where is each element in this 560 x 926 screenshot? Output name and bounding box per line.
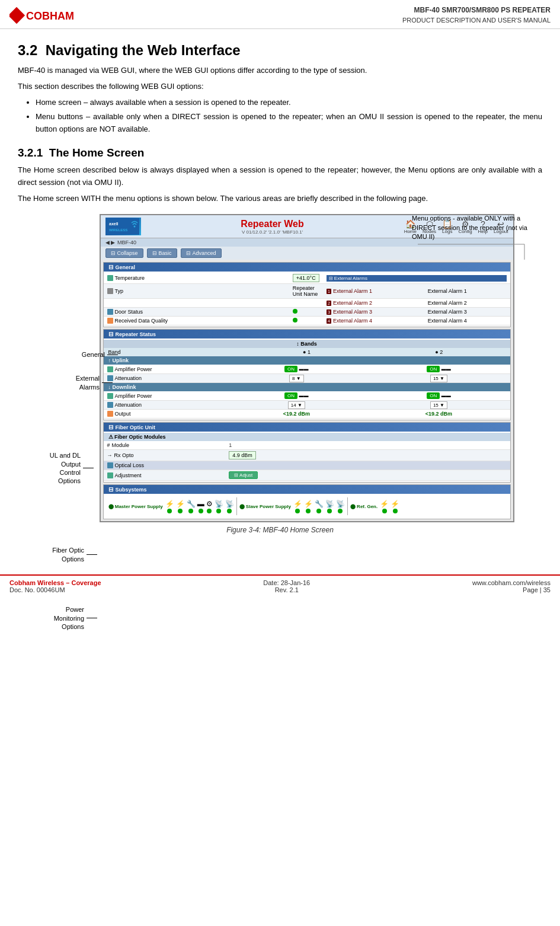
band2-col: ● 2 bbox=[373, 349, 505, 355]
uplink-atten-val1[interactable]: 8 ▼ bbox=[289, 375, 304, 382]
uplink-amp-label: Amplifier Power bbox=[107, 366, 222, 372]
door-icon bbox=[107, 309, 113, 315]
uplink-amp-val1: ON bbox=[284, 366, 297, 372]
sub-icon-7: 📡 bbox=[225, 500, 234, 513]
advanced-icon: ⊟ bbox=[186, 250, 191, 256]
alarm4-label: 4 External Alarm 4 bbox=[327, 318, 421, 324]
adjustment-icon bbox=[107, 472, 113, 478]
sub-icon-4: ▬ bbox=[197, 500, 204, 513]
sub-dot-14 bbox=[393, 509, 398, 513]
alarm3-value: External Alarm 3 bbox=[428, 309, 467, 315]
optical-loss-icon bbox=[107, 462, 113, 468]
breadcrumb-nav-icon: ◀ ▶ bbox=[105, 240, 116, 245]
general-section-body: Temperature +41.0°C ⊟ External Alarms bbox=[104, 272, 510, 327]
external-alarms-header: ⊟ External Alarms bbox=[327, 275, 507, 282]
annotation-general-line bbox=[107, 355, 118, 355]
band-label: Band bbox=[108, 349, 241, 355]
alarm3-text: External Alarm 3 bbox=[333, 309, 372, 315]
general-table: Temperature +41.0°C ⊟ External Alarms bbox=[104, 273, 510, 325]
sub-icon-10: 🔧 bbox=[315, 500, 324, 513]
adjust-button[interactable]: ⊟ Adjust bbox=[229, 471, 258, 479]
master-ps-label: ⬤ Master Power Supply bbox=[108, 504, 163, 509]
downlink-table: Amplifier Power ON ▬▬ ON ▬▬ bbox=[104, 391, 510, 419]
uplink-atten-label: Attenuation bbox=[107, 375, 222, 381]
bands-header: ↕ Bands bbox=[104, 340, 510, 348]
header-right: MBF-40 SMR700/SMR800 PS REPEATER PRODUCT… bbox=[402, 5, 551, 25]
sub-sym-11: 📡 bbox=[325, 500, 334, 508]
table-row: Typ Repeater Unit Name 1 External Al bbox=[104, 284, 510, 299]
sub-dot-1 bbox=[167, 509, 172, 513]
annotation-ul-dl-line bbox=[83, 468, 94, 468]
gui-title-bar: Repeater Web V 01/12.0.2' '2.1.0' 'MBF10… bbox=[146, 219, 399, 235]
uplink-header: ↑ Uplink bbox=[104, 356, 510, 365]
master-ps-icons: ⚡ ⚡ 🔧 ▬ ⚙ 📡 📡 bbox=[165, 500, 234, 513]
data-quality-icon bbox=[107, 318, 113, 324]
general-section: ⊟ General Temperature bbox=[103, 262, 511, 327]
uplink-amp-slider2[interactable]: ▬▬ bbox=[441, 366, 451, 372]
doc-subtitle: PRODUCT DESCRIPTION AND USER'S MANUAL bbox=[402, 15, 551, 25]
dl-amp-slider1[interactable]: ▬▬ bbox=[299, 393, 309, 398]
svg-text:COBHAM: COBHAM bbox=[26, 10, 74, 22]
sub-sym-1: ⚡ bbox=[165, 500, 174, 508]
table-row: Adjustment ⊟ Adjust bbox=[104, 470, 510, 481]
alarm4-value: External Alarm 4 bbox=[428, 318, 467, 324]
collapse-label: Collapse bbox=[117, 250, 138, 256]
annotation-fiber-optic-line bbox=[87, 554, 97, 555]
bands-label: ↕ Bands bbox=[108, 341, 505, 347]
sub-icon-1: ⚡ bbox=[165, 500, 174, 513]
dl-amp-slider2[interactable]: ▬▬ bbox=[441, 393, 451, 398]
general-section-header: ⊟ General bbox=[104, 263, 510, 272]
uplink-atten-val2[interactable]: 15 ▼ bbox=[430, 375, 447, 382]
sub-icon-13: ⚡ bbox=[380, 500, 389, 513]
sub-icon-6: 📡 bbox=[215, 500, 223, 513]
sub-sym-2: ⚡ bbox=[176, 500, 185, 508]
temperature-icon bbox=[107, 275, 113, 281]
gui-version: V 01/12.0.2' '2.1.0' 'MBF10.1' bbox=[146, 229, 399, 235]
annotation-ul-dl: UL and DLOutputControlOptions bbox=[36, 451, 94, 485]
sub-dot-3 bbox=[188, 509, 193, 513]
svg-point-7 bbox=[134, 226, 136, 228]
dl-atten-label: Attenuation bbox=[107, 402, 222, 408]
basic-button[interactable]: ⊟ Basic bbox=[147, 248, 177, 258]
svg-text:axell: axell bbox=[109, 222, 119, 226]
fiber-optic-collapse-icon[interactable]: ⊟ bbox=[108, 424, 113, 430]
sub-dot-8 bbox=[295, 509, 300, 513]
sub-sym-14: ⚡ bbox=[391, 500, 399, 508]
sub-divider-1 bbox=[236, 497, 237, 515]
sub-icon-12: 📡 bbox=[336, 500, 345, 513]
sub-dot-2 bbox=[178, 509, 183, 513]
dl-atten-val2[interactable]: 15 ▼ bbox=[430, 401, 447, 409]
uplink-amp-slider1[interactable]: ▬▬ bbox=[299, 366, 309, 372]
svg-text:WIRELESS: WIRELESS bbox=[109, 228, 127, 232]
intro-para1: MBF-40 is managed via WEB GUI, where the… bbox=[18, 65, 542, 77]
doc-title: MBF-40 SMR700/SMR800 PS REPEATER bbox=[402, 5, 551, 15]
repeater-status-collapse-icon[interactable]: ⊟ bbox=[108, 331, 113, 337]
door-status-label: Door Status bbox=[107, 309, 286, 315]
footer-website: www.cobham.com/wireless bbox=[472, 579, 551, 586]
general-collapse-icon[interactable]: ⊟ bbox=[108, 264, 113, 270]
general-section-title: General bbox=[116, 264, 136, 270]
section-title: 3.2 Navigating the Web Interface bbox=[18, 42, 542, 59]
alarm2-text: External Alarm 2 bbox=[333, 300, 372, 306]
bullet-item-1: Home screen – always available when a se… bbox=[36, 97, 542, 109]
sub-icon-3: 🔧 bbox=[187, 500, 196, 513]
basic-label: Basic bbox=[159, 250, 172, 256]
collapse-button[interactable]: ⊟ Collapse bbox=[105, 248, 143, 258]
sub-icon-9: ⚡ bbox=[304, 500, 313, 513]
rx-opto-value: 4.9 dBm bbox=[229, 451, 256, 459]
annotation-power-monitoring: PowerMonitoringOptions bbox=[41, 605, 97, 631]
table-row: Amplifier Power ON ▬▬ ON ▬▬ bbox=[104, 365, 510, 374]
sub-sym-8: ⚡ bbox=[293, 500, 302, 508]
sub-icon-2: ⚡ bbox=[176, 500, 185, 513]
sub-icon-5: ⚙ bbox=[206, 500, 213, 513]
dl-output-val2: <19.2 dBm bbox=[425, 411, 452, 417]
dl-atten-val1[interactable]: 14 ▼ bbox=[288, 401, 305, 409]
subsystems-collapse-icon[interactable]: ⊟ bbox=[108, 486, 113, 493]
band-cols-header: Band ● 1 ● 2 bbox=[104, 348, 510, 356]
fiber-table: # Module 1 bbox=[104, 441, 510, 481]
alarm4-text: External Alarm 4 bbox=[333, 318, 372, 324]
figure-container: Menu options - available ONLY with a DIR… bbox=[18, 214, 542, 534]
door-status-dot bbox=[293, 309, 297, 314]
data-quality-label: Received Data Quality bbox=[107, 318, 286, 324]
advanced-button[interactable]: ⊟ Advanced bbox=[181, 248, 222, 258]
